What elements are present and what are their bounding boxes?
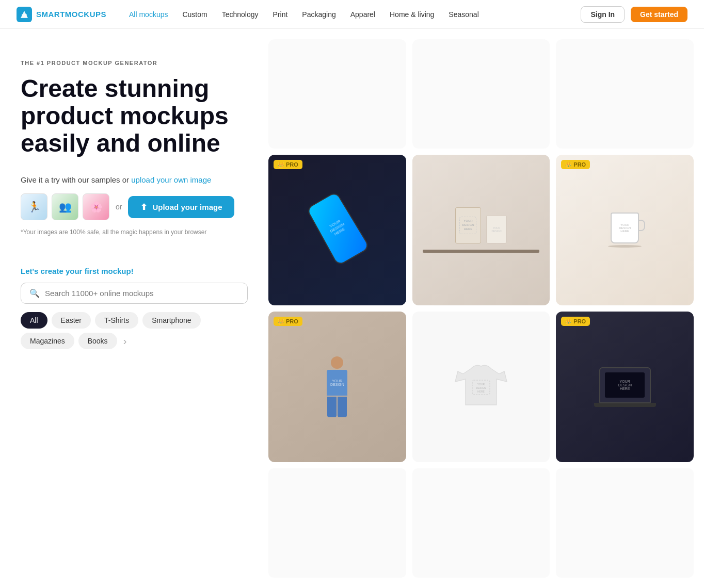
search-icon: 🔍 (29, 288, 40, 298)
search-box: 🔍 (21, 283, 248, 304)
chip-easter[interactable]: Easter (52, 312, 91, 329)
logo-text: SMARTMOCKUPS (36, 10, 106, 19)
chip-next-button[interactable]: › (121, 333, 129, 349)
search-input[interactable] (45, 289, 239, 298)
nav-technology[interactable]: Technology (216, 7, 265, 22)
nav-packaging[interactable]: Packaging (296, 7, 342, 22)
tshirt-svg: YOUR DESIGN HERE (453, 358, 509, 415)
sample-thumb-3[interactable]: 🌸 (83, 193, 109, 220)
search-label: Let's create your first mockup! (21, 267, 248, 275)
person-body: YOURDESIGN (327, 370, 347, 396)
mockup-card-model[interactable]: PRO YOURDESIGN (268, 312, 406, 462)
upload-icon: ⬆ (140, 202, 147, 212)
chip-magazines[interactable]: Magazines (21, 333, 74, 349)
mockup-grid: PRO YOURDESIGNHERE YOURDESIGNHERE YOURDE… (268, 39, 694, 578)
svg-rect-2 (22, 14, 27, 17)
laptop-base (594, 403, 656, 407)
mockup-card-bottom-2[interactable] (412, 468, 550, 578)
chip-books[interactable]: Books (78, 333, 117, 349)
sample-thumb-2[interactable]: 👥 (52, 193, 78, 220)
mug-text: YOURDESIGNHERE (618, 222, 632, 234)
mug-scene: YOURDESIGNHERE (556, 155, 694, 305)
nav-actions: Sign In Get started (581, 6, 687, 23)
model-scene: YOURDESIGN (268, 312, 406, 462)
mockup-card-top-2[interactable] (412, 39, 550, 149)
laptop-scene: YOURDESIGNHERE (556, 312, 694, 462)
nav-home-living[interactable]: Home & living (383, 7, 440, 22)
sign-in-button[interactable]: Sign In (581, 6, 625, 23)
logo-link[interactable]: SMARTMOCKUPS (17, 7, 106, 22)
svg-text:HERE: HERE (477, 390, 485, 393)
or-text: or (116, 203, 122, 211)
mug-handle (638, 220, 645, 231)
nav-links: All mockups Custom Technology Print Pack… (123, 7, 581, 22)
mockup-card-phone[interactable]: PRO YOURDESIGNHERE (268, 155, 406, 305)
hero-title: Create stunning product mockups easily a… (21, 75, 248, 157)
mockup-card-tshirt[interactable]: YOUR DESIGN HERE (412, 312, 550, 462)
sample-images: 🏃 👥 🌸 or ⬆ Upload your image (21, 193, 248, 220)
chip-all[interactable]: All (21, 312, 47, 329)
nav-custom[interactable]: Custom (176, 7, 213, 22)
hero-right: PRO YOURDESIGNHERE YOURDESIGNHERE YOURDE… (268, 29, 704, 588)
phone-screen: YOURDESIGNHERE (308, 192, 369, 265)
nav-print[interactable]: Print (267, 7, 294, 22)
mockup-card-bottom-1[interactable] (268, 468, 406, 578)
category-chips: All Easter T-Shirts Smartphone Magazines… (21, 312, 248, 349)
nav-seasonal[interactable]: Seasonal (442, 7, 485, 22)
mug-shape: YOURDESIGNHERE (611, 213, 639, 243)
search-section: Let's create your first mockup! 🔍 All Ea… (21, 267, 248, 349)
hero-eyebrow: THE #1 PRODUCT MOCKUP GENERATOR (21, 60, 248, 66)
mockup-card-top-3[interactable] (556, 39, 694, 149)
pro-badge-model: PRO (274, 317, 302, 326)
person-shape: YOURDESIGN (327, 356, 347, 417)
mockup-card-desk[interactable]: YOURDESIGNHERE YOURDESIGN (412, 155, 550, 305)
mockup-card-laptop[interactable]: PRO YOURDESIGNHERE (556, 312, 694, 462)
navbar: SMARTMOCKUPS All mockups Custom Technolo… (0, 0, 704, 29)
chip-tshirts[interactable]: T-Shirts (95, 312, 138, 329)
upload-link[interactable]: upload your own image (131, 175, 211, 184)
chip-smartphone[interactable]: Smartphone (142, 312, 200, 329)
person-head (331, 356, 343, 369)
laptop-shape: YOURDESIGNHERE (599, 367, 651, 403)
phone-visual: YOURDESIGNHERE (303, 204, 371, 256)
svg-text:YOUR: YOUR (477, 383, 485, 386)
get-started-button[interactable]: Get started (631, 7, 687, 22)
upload-button[interactable]: ⬆ Upload your image (128, 196, 234, 218)
pro-badge-phone: PRO (274, 160, 302, 169)
svg-text:DESIGN: DESIGN (476, 386, 486, 389)
pro-badge-laptop: PRO (561, 317, 590, 326)
sample-thumb-1[interactable]: 🏃 (21, 193, 47, 220)
desk-design-text: YOURDESIGNHERE (459, 217, 476, 234)
mockup-card-bottom-3[interactable] (556, 468, 694, 578)
mockup-card-top-1[interactable] (268, 39, 406, 149)
mockup-card-mug[interactable]: PRO YOURDESIGNHERE (556, 155, 694, 305)
safe-text: *Your images are 100% safe, all the magi… (21, 228, 248, 236)
nav-all-mockups[interactable]: All mockups (123, 7, 174, 22)
nav-apparel[interactable]: Apparel (344, 7, 381, 22)
desk-surface (423, 250, 540, 253)
logo-icon (17, 7, 32, 22)
phone-body: YOURDESIGNHERE (306, 191, 371, 267)
laptop-screen: YOURDESIGNHERE (605, 372, 645, 398)
page-content: THE #1 PRODUCT MOCKUP GENERATOR Create s… (0, 29, 704, 588)
pro-badge-mug: PRO (561, 160, 590, 169)
hero-left: THE #1 PRODUCT MOCKUP GENERATOR Create s… (0, 29, 268, 588)
hero-subtitle: Give it a try with our samples or upload… (21, 175, 248, 184)
desk-scene: YOURDESIGNHERE YOURDESIGN (412, 155, 550, 305)
